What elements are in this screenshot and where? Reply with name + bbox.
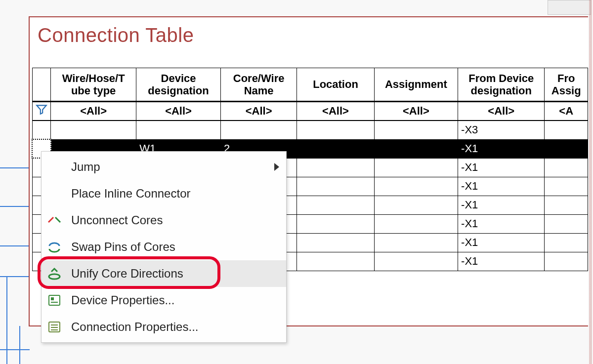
cell-core-wire-name[interactable] — [220, 121, 296, 139]
cell-from-assignment[interactable] — [545, 158, 588, 177]
blank-icon — [46, 186, 62, 202]
col-header-text: designation — [138, 84, 218, 97]
table-corner-cell — [32, 68, 51, 102]
col-header-text: ube type — [53, 84, 134, 97]
background-toolbar-fragment — [548, 0, 591, 15]
cell-assignment[interactable] — [374, 121, 458, 139]
col-header-text: Wire/Hose/T — [53, 72, 134, 84]
cell-from-device[interactable]: -X1 — [458, 158, 545, 177]
right-edge-border — [589, 0, 592, 364]
menu-item-device-properties[interactable]: Device Properties... — [42, 287, 286, 314]
cell-location[interactable] — [297, 158, 374, 177]
col-header-text: designation — [460, 84, 542, 97]
menu-item-jump[interactable]: Jump — [42, 154, 286, 180]
menu-item-label: Unconnect Cores — [71, 213, 279, 227]
cell-from-assignment[interactable] — [545, 214, 588, 233]
menu-item-label: Unify Core Directions — [71, 267, 279, 281]
connection-properties-icon — [46, 319, 62, 335]
filter-cell[interactable]: <All> — [136, 102, 221, 121]
filter-cell[interactable]: <A — [545, 102, 588, 121]
filter-cell[interactable]: <All> — [297, 102, 374, 121]
cell-location[interactable] — [297, 121, 374, 139]
blank-icon — [46, 159, 62, 175]
cell-from-device[interactable]: -X1 — [458, 139, 545, 158]
menu-item-label: Device Properties... — [71, 293, 279, 307]
context-menu[interactable]: Jump Place Inline Connector Unconnect Co… — [41, 151, 287, 343]
menu-item-connection-properties[interactable]: Connection Properties... — [42, 314, 286, 340]
col-header-text: Fro — [547, 72, 586, 84]
cell-from-assignment[interactable] — [545, 252, 588, 271]
col-header-text: Name — [223, 84, 295, 97]
cell-assignment[interactable] — [374, 196, 458, 214]
col-header-wire-type[interactable]: Wire/Hose/T ube type — [51, 68, 136, 102]
filter-cell[interactable]: <All> — [374, 102, 458, 121]
filter-icon-cell[interactable] — [32, 102, 51, 121]
cell-location[interactable] — [297, 233, 374, 252]
menu-item-label: Jump — [71, 160, 265, 174]
cell-from-device[interactable]: -X1 — [458, 196, 545, 214]
cell-from-device[interactable]: -X1 — [458, 233, 545, 252]
cell-assignment[interactable] — [374, 252, 458, 271]
menu-item-unconnect-cores[interactable]: Unconnect Cores — [42, 207, 286, 234]
cell-from-assignment[interactable] — [545, 196, 588, 214]
col-header-assignment[interactable]: Assignment — [374, 68, 458, 102]
menu-item-unify-core-directions[interactable]: Unify Core Directions — [42, 260, 286, 287]
col-header-device-designation[interactable]: Device designation — [136, 68, 221, 102]
cell-from-device[interactable]: -X3 — [458, 121, 545, 139]
cell-from-device[interactable]: -X1 — [458, 252, 545, 271]
cell-location[interactable] — [297, 214, 374, 233]
unconnect-cores-icon — [46, 212, 62, 228]
row-header[interactable] — [32, 121, 51, 139]
cell-from-assignment[interactable] — [545, 233, 588, 252]
col-header-text: Assig — [547, 84, 586, 97]
col-header-text: Device — [138, 72, 218, 84]
cell-assignment[interactable] — [374, 214, 458, 233]
col-header-core-wire-name[interactable]: Core/Wire Name — [220, 68, 296, 102]
menu-item-place-inline-connector[interactable]: Place Inline Connector — [42, 180, 286, 207]
cell-location[interactable] — [297, 177, 374, 196]
cell-from-device[interactable]: -X1 — [458, 177, 545, 196]
filter-cell[interactable]: <All> — [51, 102, 136, 121]
panel-title: Connection Table — [38, 24, 194, 46]
unify-directions-icon — [46, 266, 62, 282]
col-header-text: Assignment — [377, 78, 456, 90]
col-header-location[interactable]: Location — [297, 68, 374, 102]
col-header-text: Location — [299, 78, 372, 90]
col-header-from-device-designation[interactable]: From Device designation — [458, 68, 545, 102]
swap-pins-icon — [46, 239, 62, 255]
cell-assignment[interactable] — [374, 139, 458, 158]
col-header-text: From Device — [460, 72, 542, 84]
cell-from-assignment[interactable] — [545, 121, 588, 139]
svg-rect-8 — [49, 295, 60, 305]
col-header-text: Core/Wire — [223, 72, 295, 84]
menu-item-label: Connection Properties... — [71, 320, 279, 334]
table-filter-row: <All> <All> <All> <All> <All> <All> <A — [32, 102, 588, 121]
menu-item-label: Place Inline Connector — [71, 187, 279, 201]
cell-assignment[interactable] — [374, 233, 458, 252]
funnel-icon — [35, 103, 48, 116]
submenu-arrow-icon — [274, 163, 279, 171]
menu-item-swap-pins[interactable]: Swap Pins of Cores — [42, 234, 286, 260]
filter-cell[interactable]: <All> — [220, 102, 296, 121]
cell-location[interactable] — [297, 252, 374, 271]
svg-point-7 — [49, 274, 60, 279]
cell-assignment[interactable] — [374, 177, 458, 196]
table-row[interactable]: -X3 — [32, 121, 588, 139]
cell-location[interactable] — [297, 196, 374, 214]
device-properties-icon — [46, 292, 62, 308]
svg-rect-9 — [51, 297, 54, 300]
cell-from-assignment[interactable] — [545, 177, 588, 196]
filter-cell[interactable]: <All> — [458, 102, 545, 121]
table-header-row: Wire/Hose/T ube type Device designation … — [32, 68, 588, 102]
menu-item-label: Swap Pins of Cores — [71, 240, 279, 254]
cell-location[interactable] — [297, 139, 374, 158]
cell-assignment[interactable] — [374, 158, 458, 177]
cell-device-designation[interactable] — [136, 121, 221, 139]
cell-wire-type[interactable] — [51, 121, 136, 139]
col-header-from-assignment-cut[interactable]: Fro Assig — [545, 68, 588, 102]
cell-from-device[interactable]: -X1 — [458, 214, 545, 233]
cell-from-assignment[interactable] — [545, 139, 588, 158]
